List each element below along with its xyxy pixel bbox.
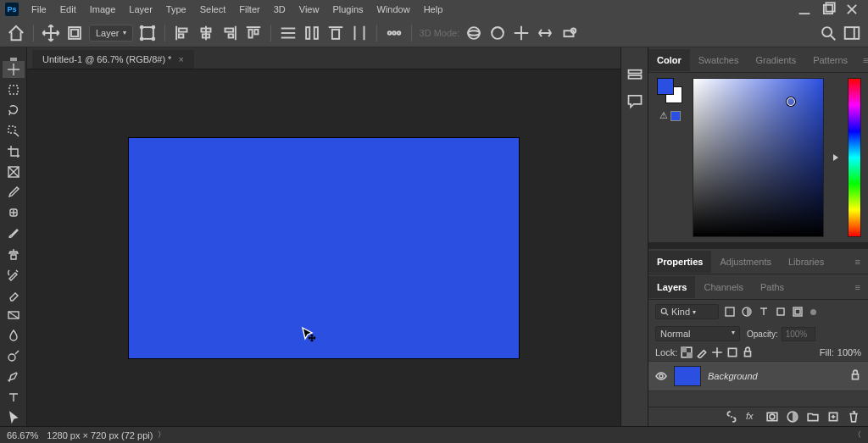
distribute-bottom-icon[interactable]	[326, 24, 345, 42]
filter-smart-icon[interactable]	[792, 306, 804, 318]
fg-color-swatch[interactable]	[657, 78, 674, 95]
tool-crop[interactable]	[3, 143, 25, 160]
align-hcenter-icon[interactable]	[197, 24, 215, 42]
color-picker-ring[interactable]	[787, 97, 795, 106]
menu-window[interactable]: Window	[371, 2, 416, 17]
window-close-icon[interactable]	[844, 3, 860, 15]
comments-panel-icon[interactable]	[626, 93, 643, 108]
lock-position-icon[interactable]	[711, 346, 723, 358]
filter-adjust-icon[interactable]	[741, 306, 753, 318]
opacity-field[interactable]: 100%	[782, 327, 815, 341]
tab-gradients[interactable]: Gradients	[747, 49, 804, 71]
tab-swatches[interactable]: Swatches	[690, 49, 748, 71]
gamut-warning[interactable]: ⚠	[659, 110, 681, 121]
tab-patterns[interactable]: Patterns	[804, 49, 856, 71]
tab-color[interactable]: Color	[648, 49, 690, 71]
tab-properties[interactable]: Properties	[648, 251, 711, 273]
layer-name[interactable]: Background	[708, 371, 843, 381]
lock-all-icon[interactable]	[742, 346, 754, 358]
tool-healing[interactable]	[3, 204, 25, 221]
status-chevron-icon[interactable]: 〉	[158, 429, 165, 440]
tool-clone[interactable]	[3, 246, 25, 263]
lock-pixels-icon[interactable]	[696, 346, 708, 358]
canvas[interactable]	[129, 138, 519, 358]
tool-gradient[interactable]	[3, 307, 25, 324]
more-options-icon[interactable]	[385, 24, 403, 42]
filter-type-icon[interactable]	[758, 306, 770, 318]
auto-select-icon[interactable]	[65, 24, 84, 42]
panel-menu-icon[interactable]: ≡	[849, 257, 868, 267]
layer-thumbnail[interactable]	[674, 366, 701, 386]
align-top-icon[interactable]	[244, 24, 263, 42]
menu-plugins[interactable]: Plugins	[326, 2, 369, 17]
layer-lock-icon[interactable]	[849, 369, 861, 383]
menu-3d[interactable]: 3D	[268, 2, 292, 17]
layer-row[interactable]: Background	[648, 361, 868, 391]
fill-field[interactable]: 100%	[837, 347, 861, 357]
filter-shape-icon[interactable]	[775, 306, 787, 318]
menu-file[interactable]: File	[25, 2, 53, 17]
panel-menu-icon[interactable]: ≡	[849, 282, 868, 292]
menu-select[interactable]: Select	[194, 2, 232, 17]
tool-pen[interactable]	[3, 368, 25, 385]
menu-layer[interactable]: Layer	[123, 2, 159, 17]
tool-marquee[interactable]	[3, 81, 25, 98]
menu-image[interactable]: Image	[84, 2, 122, 17]
tool-quick-select[interactable]	[3, 123, 25, 140]
search-icon[interactable]	[819, 24, 837, 42]
history-panel-icon[interactable]	[626, 68, 643, 83]
menu-edit[interactable]: Edit	[54, 2, 82, 17]
align-right-icon[interactable]	[220, 24, 239, 42]
tool-path-select[interactable]	[3, 409, 25, 426]
new-layer-icon[interactable]	[827, 411, 839, 423]
tool-move[interactable]	[3, 61, 25, 78]
distribute-hcenter-icon[interactable]	[303, 24, 321, 42]
close-tab-icon[interactable]: ×	[178, 54, 183, 64]
tool-blur[interactable]	[3, 327, 25, 344]
adjustment-layer-icon[interactable]	[787, 411, 798, 423]
fg-bg-swatch[interactable]	[657, 78, 682, 103]
transform-controls-icon[interactable]	[138, 24, 157, 42]
lock-transparency-icon[interactable]	[681, 346, 693, 358]
menu-help[interactable]: Help	[418, 2, 449, 17]
menu-type[interactable]: Type	[160, 2, 192, 17]
move-tool-icon[interactable]	[42, 24, 60, 42]
lock-artboard-icon[interactable]	[726, 346, 738, 358]
tool-brush[interactable]	[3, 224, 25, 241]
blend-mode-dropdown[interactable]: Normal▾	[655, 326, 740, 341]
layer-mask-icon[interactable]	[766, 411, 778, 423]
panel-menu-icon[interactable]: ≡	[856, 55, 868, 65]
tool-dodge[interactable]	[3, 347, 25, 364]
status-left-icon[interactable]: 〈	[854, 429, 861, 440]
zoom-readout[interactable]: 66.67%	[7, 430, 38, 440]
home-icon[interactable]	[7, 24, 25, 42]
hue-slider[interactable]	[848, 78, 861, 237]
tab-libraries[interactable]: Libraries	[780, 251, 832, 273]
filter-toggle-icon[interactable]	[810, 309, 816, 315]
window-minimize-icon[interactable]	[797, 3, 812, 15]
layer-group-icon[interactable]	[807, 411, 819, 423]
auto-select-dropdown[interactable]: Layer ▾	[89, 25, 133, 42]
tool-history-brush[interactable]	[3, 266, 25, 283]
tool-eraser[interactable]	[3, 286, 25, 303]
delete-layer-icon[interactable]	[848, 411, 860, 423]
menu-view[interactable]: View	[293, 2, 326, 17]
menu-filter[interactable]: Filter	[233, 2, 265, 17]
window-restore-icon[interactable]	[821, 3, 836, 15]
distribute-top-icon[interactable]	[279, 24, 298, 42]
saturation-box[interactable]	[693, 78, 824, 237]
tool-eyedropper[interactable]	[3, 184, 25, 201]
canvas-area[interactable]	[27, 69, 620, 426]
tool-frame[interactable]	[3, 163, 25, 180]
tab-layers[interactable]: Layers	[648, 276, 695, 298]
tab-channels[interactable]: Channels	[695, 276, 751, 298]
filter-pixel-icon[interactable]	[724, 306, 736, 318]
align-left-icon[interactable]	[173, 24, 192, 42]
tool-type[interactable]	[3, 389, 25, 406]
tool-lasso[interactable]	[3, 102, 25, 119]
layer-style-icon[interactable]: fx	[746, 411, 758, 423]
distribute-right-icon[interactable]	[350, 24, 369, 42]
tab-paths[interactable]: Paths	[752, 276, 793, 298]
tab-adjustments[interactable]: Adjustments	[711, 251, 780, 273]
workspace-icon[interactable]	[843, 24, 861, 42]
